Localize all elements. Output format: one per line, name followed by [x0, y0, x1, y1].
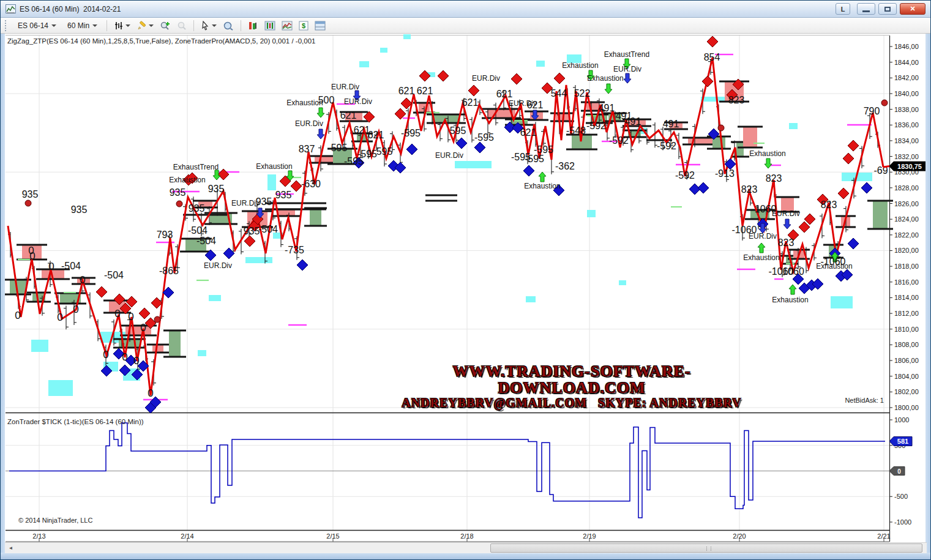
svg-text:581: 581 [897, 438, 908, 445]
svg-text:0: 0 [122, 351, 127, 363]
minimize-button[interactable] [857, 3, 875, 15]
scrollbar-thumb[interactable] [490, 543, 922, 553]
window-frame-right [925, 1, 930, 560]
svg-text:-592: -592 [657, 141, 676, 151]
svg-text:EUR.Div: EUR.Div [231, 199, 260, 207]
svg-text:1842,00: 1842,00 [894, 74, 919, 81]
minimize-icon [862, 10, 870, 12]
svg-text:1838,00: 1838,00 [894, 106, 919, 113]
instrument-select[interactable]: ES 06-14 [13, 20, 61, 32]
svg-text:1834,00: 1834,00 [894, 137, 919, 144]
svg-text:-913: -913 [715, 168, 735, 179]
svg-text:1804,00: 1804,00 [894, 373, 919, 380]
signal-markers-layer [25, 36, 888, 413]
pencil-icon [136, 21, 147, 31]
toolbar-separator [193, 20, 194, 31]
svg-text:EUR.Div: EUR.Div [295, 119, 323, 128]
chart-region-button[interactable] [280, 20, 294, 32]
svg-text:-592: -592 [609, 135, 629, 146]
panels-button[interactable] [313, 20, 327, 32]
svg-text:-504: -504 [196, 236, 216, 246]
svg-text:-592: -592 [586, 121, 606, 131]
svg-text:Exhaustion: Exhaustion [169, 176, 205, 184]
chart-style-icon [114, 21, 124, 31]
close-button[interactable]: ✕ [900, 3, 925, 15]
account-dollar-button[interactable]: $ [297, 20, 310, 32]
svg-text:1802,00: 1802,00 [894, 388, 919, 395]
zoom-in-button[interactable] [158, 20, 173, 32]
svg-text:0: 0 [103, 349, 108, 360]
svg-text:823: 823 [778, 237, 795, 248]
chart-trader-button[interactable] [246, 20, 260, 32]
svg-text:621: 621 [496, 89, 513, 99]
svg-text:1840,00: 1840,00 [894, 90, 919, 97]
cursor-button[interactable] [199, 20, 219, 32]
toolbar: ES 06-14 60 Min [1, 18, 931, 34]
svg-text:837: 837 [299, 144, 315, 154]
svg-text:621: 621 [398, 86, 415, 96]
svg-text:-548: -548 [566, 125, 586, 136]
chart-canvas[interactable]: 00000000000000935935-504-504793-86593593… [1, 1, 931, 560]
svg-text:EUR.Div: EUR.Div [435, 151, 463, 160]
svg-text:-504: -504 [104, 270, 124, 280]
svg-text:823: 823 [766, 173, 782, 184]
svg-text:1806,00: 1806,00 [894, 357, 919, 364]
svg-text:-595: -595 [401, 128, 421, 138]
interval-label: 60 Min [67, 21, 89, 30]
market-analyzer-button[interactable] [263, 20, 277, 32]
svg-text:1812,00: 1812,00 [894, 310, 919, 317]
zoom-out-button[interactable] [175, 20, 189, 32]
svg-text:Exhaustion: Exhaustion [772, 296, 808, 304]
svg-text:621: 621 [462, 97, 479, 108]
toolbar-grip[interactable] [5, 20, 9, 31]
title-bar[interactable]: ES 06-14 (60 Min) 2014-02-21 L ✕ [1, 1, 931, 18]
toolbar-separator [107, 20, 107, 31]
svg-text:-630: -630 [301, 179, 321, 189]
svg-text:1822,00: 1822,00 [894, 231, 919, 239]
svg-text:EUR.Div: EUR.Div [344, 97, 372, 106]
svg-text:EUR.Div: EUR.Div [772, 209, 800, 218]
svg-text:EUR.Div: EUR.Div [749, 232, 777, 241]
drawing-tools-button[interactable] [135, 20, 155, 32]
svg-text:854: 854 [704, 52, 720, 62]
maximize-button[interactable] [878, 3, 897, 15]
svg-text:2/15: 2/15 [326, 532, 339, 540]
svg-text:ExhaustTrend: ExhaustTrend [604, 50, 649, 59]
svg-text:Exhaustion: Exhaustion [743, 253, 779, 262]
maximize-icon [884, 7, 891, 12]
svg-text:0: 0 [73, 304, 78, 315]
svg-text:0: 0 [128, 311, 133, 323]
panel2-indicator-label: ZonTrader $TICK (1-tic)(ES 06-14 (60 Min… [7, 418, 144, 425]
horizontal-scrollbar[interactable]: ◄ [5, 542, 927, 553]
svg-text:621: 621 [368, 130, 384, 140]
svg-text:-865: -865 [159, 266, 179, 276]
data-box-button[interactable] [221, 20, 236, 32]
svg-text:1810,00: 1810,00 [894, 326, 919, 333]
svg-text:-735: -735 [285, 245, 304, 255]
svg-text:-595: -595 [534, 144, 553, 155]
copyright-label: © 2014 NinjaTrader, LLC [18, 517, 92, 524]
panels-icon [315, 21, 326, 31]
interval-select[interactable]: 60 Min [63, 20, 102, 32]
chevron-down-icon [92, 24, 97, 27]
svg-text:2/21: 2/21 [877, 532, 890, 540]
dollar-icon: $ [299, 21, 308, 31]
chart-style-button[interactable] [112, 20, 132, 32]
scroll-left-arrow-icon[interactable]: ◄ [6, 544, 15, 553]
svg-text:EUR.Div: EUR.Div [509, 99, 537, 108]
toolbar-separator [241, 20, 241, 31]
logo-button[interactable]: L [836, 3, 850, 15]
svg-text:-504: -504 [258, 224, 278, 234]
svg-text:491: 491 [599, 103, 615, 113]
svg-text:-1000: -1000 [894, 518, 911, 526]
svg-text:1828,00: 1828,00 [894, 184, 919, 192]
svg-text:1800,00: 1800,00 [894, 404, 919, 411]
svg-text:1824,00: 1824,00 [894, 215, 919, 223]
svg-text:0: 0 [15, 310, 20, 321]
chevron-down-icon [212, 24, 217, 27]
svg-text:0: 0 [140, 322, 146, 334]
svg-text:-362: -362 [555, 161, 575, 171]
svg-text:1816,00: 1816,00 [894, 278, 919, 286]
svg-text:621: 621 [340, 110, 357, 121]
svg-text:1836,00: 1836,00 [894, 121, 919, 129]
